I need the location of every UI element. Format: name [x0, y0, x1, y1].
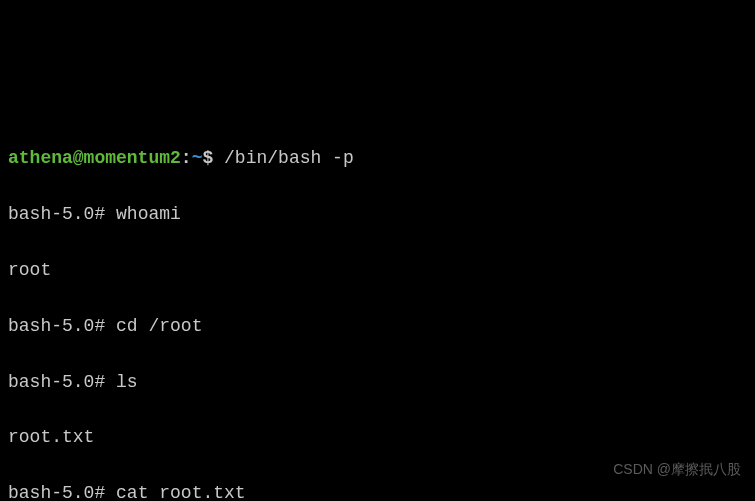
command-text: whoami [116, 204, 181, 224]
cwd-path: ~ [192, 148, 203, 168]
terminal-line: bash-5.0# ls [8, 369, 747, 397]
command-text: /bin/bash -p [213, 148, 353, 168]
command-text: cd /root [116, 316, 202, 336]
terminal-line: bash-5.0# cd /root [8, 313, 747, 341]
terminal-output: athena@momentum2:~$ /bin/bash -p bash-5.… [8, 118, 747, 501]
command-text: ls [116, 372, 138, 392]
watermark-text: CSDN @摩擦抿八股 [613, 459, 741, 481]
terminal-line: bash-5.0# whoami [8, 201, 747, 229]
terminal-line: bash-5.0# cat root.txt [8, 480, 747, 501]
prompt-line: athena@momentum2:~$ /bin/bash -p [8, 145, 747, 173]
user-host: athena@momentum2 [8, 148, 181, 168]
command-text: cat root.txt [116, 483, 246, 501]
terminal-line: root [8, 257, 747, 285]
terminal-line: root.txt [8, 424, 747, 452]
